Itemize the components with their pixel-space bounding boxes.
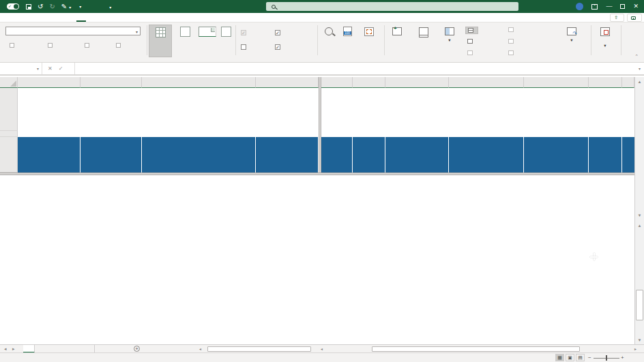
header-age[interactable] <box>353 137 385 172</box>
formula-bar-expand-icon[interactable]: ▾ <box>639 66 641 71</box>
page-layout-view-icon[interactable]: ▣ <box>566 354 574 361</box>
changer-fenetre-button[interactable]: ▾ <box>557 25 587 57</box>
header-adresse[interactable] <box>142 137 256 172</box>
header-nom[interactable] <box>18 137 80 172</box>
search-input[interactable] <box>266 2 518 11</box>
retablir-position-button[interactable] <box>506 50 518 56</box>
col-header-d[interactable] <box>256 77 319 88</box>
macros-button[interactable]: ▾ <box>593 25 617 57</box>
tab-revision[interactable] <box>67 13 76 22</box>
collapse-ribbon-icon[interactable]: ⌃ <box>634 54 639 59</box>
scroll-up-icon[interactable]: ▲ <box>635 77 644 86</box>
share-button[interactable]: ⇧ <box>610 14 624 22</box>
header-partial[interactable] <box>622 137 634 172</box>
header-frais[interactable] <box>524 137 589 172</box>
save-icon[interactable] <box>26 4 31 10</box>
quadrillage-checkbox[interactable] <box>241 44 248 50</box>
empty-cell[interactable] <box>18 131 319 137</box>
zoom-out-icon[interactable]: − <box>588 355 591 361</box>
sheet-view-select[interactable]: ▾ <box>5 27 141 35</box>
zoom-100-button[interactable] <box>339 25 355 57</box>
zoom-selection-button[interactable] <box>355 25 383 57</box>
autosave-toggle[interactable] <box>7 3 19 10</box>
tab-donnees[interactable] <box>57 13 67 22</box>
col-header-j[interactable] <box>589 77 622 88</box>
pen-icon[interactable]: ✎▾ <box>61 3 71 10</box>
new-sheet-icon[interactable]: + <box>134 346 140 352</box>
hscroll-left-icon[interactable]: ◂ <box>199 346 201 351</box>
restore-icon[interactable] <box>620 4 625 9</box>
header-categorie[interactable] <box>385 137 449 172</box>
col-header-a[interactable] <box>18 77 80 88</box>
vertical-scrollbar[interactable]: ▲ ▼ ▲ ▼ <box>634 77 644 344</box>
enter-icon[interactable]: ✓ <box>59 65 63 72</box>
zoom-button[interactable] <box>318 25 340 57</box>
col-header-e[interactable] <box>321 77 353 88</box>
header-prenom[interactable] <box>80 137 142 172</box>
reorganiser-tout-button[interactable] <box>410 25 437 57</box>
masquer-button[interactable] <box>465 38 477 44</box>
col-header-c[interactable] <box>142 77 256 88</box>
empty-cell[interactable] <box>321 88 634 131</box>
scrollbar-thumb[interactable] <box>636 290 643 320</box>
scroll-down-icon[interactable]: ▼ <box>635 335 644 344</box>
fractionner-button[interactable] <box>465 27 478 34</box>
cancel-icon[interactable]: ✕ <box>48 65 53 72</box>
minimize-icon[interactable]: — <box>606 3 612 10</box>
defilement-synchrone-button[interactable] <box>506 38 518 44</box>
tab-dessin[interactable] <box>29 13 38 22</box>
nouveau-button[interactable] <box>85 43 91 48</box>
sheet-nav-right-icon[interactable]: ▸ <box>12 346 15 352</box>
page-break-view-icon[interactable]: ▤ <box>576 354 585 361</box>
tab-affichage[interactable] <box>76 13 86 22</box>
barre-formule-checkbox[interactable]: ✓ <box>275 30 282 35</box>
qat-customize-icon[interactable]: ▾ <box>79 4 81 9</box>
normal-view-icon[interactable]: ▦ <box>555 354 564 361</box>
document-title[interactable]: ▾ <box>107 3 111 10</box>
header-date[interactable] <box>449 137 524 172</box>
undo-icon[interactable]: ↺ <box>38 3 43 10</box>
regle-checkbox[interactable]: ✓ <box>241 30 248 35</box>
header-ville[interactable] <box>256 137 319 172</box>
row-header-1[interactable] <box>0 88 18 131</box>
tab-accueil[interactable] <box>10 13 19 22</box>
tab-mise-en-page[interactable] <box>38 13 48 22</box>
empty-cell[interactable] <box>321 131 634 137</box>
afficher-fenetre-button[interactable] <box>465 50 477 56</box>
close-icon[interactable]: ✕ <box>633 3 639 10</box>
col-header-g[interactable] <box>385 77 449 88</box>
entetes-checkbox[interactable]: ✓ <box>275 44 282 50</box>
sheet-nav-left-icon[interactable]: ◂ <box>4 346 7 352</box>
row-header-2[interactable] <box>0 131 18 137</box>
figer-volets-button[interactable]: ▾ <box>437 25 463 57</box>
scroll-down-icon[interactable]: ▼ <box>635 211 644 220</box>
hscroll-thumb-right[interactable] <box>372 346 580 352</box>
custom-view-button[interactable] <box>217 25 235 57</box>
zoom-slider-thumb[interactable] <box>606 355 607 361</box>
hscroll-right-icon[interactable]: ▸ <box>634 346 636 351</box>
hscroll-left-icon[interactable]: ◂ <box>321 346 323 351</box>
normal-view-button[interactable] <box>149 25 172 57</box>
col-header-i[interactable] <box>524 77 589 88</box>
conserver-button[interactable] <box>10 43 16 48</box>
select-all-corner[interactable] <box>0 77 18 88</box>
col-header-partial[interactable] <box>622 77 634 88</box>
nouvelle-fenetre-button[interactable] <box>385 25 409 57</box>
hscroll-thumb-left[interactable] <box>207 346 311 352</box>
col-header-h[interactable] <box>449 77 524 88</box>
col-header-f[interactable] <box>353 77 385 88</box>
page-break-view-button[interactable] <box>173 25 197 57</box>
tab-formules[interactable] <box>48 13 57 22</box>
name-box[interactable]: ▾ <box>0 63 42 74</box>
page-layout-view-button[interactable] <box>198 25 217 57</box>
tab-insertion[interactable] <box>19 13 29 22</box>
avatar[interactable] <box>576 3 583 10</box>
quitter-button[interactable] <box>48 43 55 48</box>
col-header-b[interactable] <box>80 77 142 88</box>
ribbon-options-icon[interactable] <box>591 4 598 10</box>
header-mf[interactable] <box>321 137 353 172</box>
title-cell[interactable] <box>18 88 319 131</box>
row-header-3[interactable] <box>0 137 18 172</box>
tab-aide[interactable] <box>86 13 96 22</box>
zoom-in-icon[interactable]: + <box>621 355 624 361</box>
